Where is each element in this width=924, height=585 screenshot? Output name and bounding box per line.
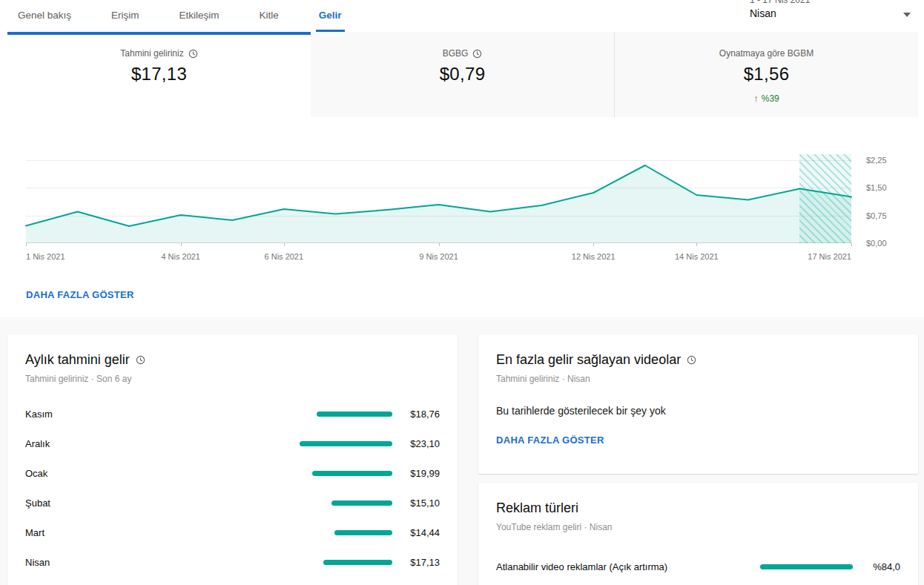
- tab-gelir[interactable]: Gelir: [316, 0, 345, 32]
- bar-row-value: $15,10: [392, 498, 440, 509]
- x-axis-tick: [26, 243, 27, 246]
- bar-row-value: $17,13: [392, 557, 440, 568]
- bar-row-label: Kasım: [25, 409, 298, 420]
- x-axis-label: 6 Nis 2021: [265, 252, 304, 261]
- bar-row-value: $19,99: [392, 468, 440, 479]
- metric-label: Tahmini geliriniz: [120, 48, 183, 59]
- bar-row-label: Nisan: [25, 557, 298, 568]
- x-axis-label: 1 Nis 2021: [26, 252, 65, 261]
- summary-cards-row: Aylık tahmini gelir Tahmini geliriniz · …: [7, 334, 918, 585]
- bar-track: [298, 441, 392, 446]
- top-videos-card: En fazla gelir sağlayan videolar Tahmini…: [478, 334, 918, 474]
- metric-card-playback-cpm[interactable]: Oynatmaya göre BGBM $1,56 ↑ %39: [614, 32, 918, 117]
- x-axis-tick: [851, 243, 852, 246]
- metric-label: BGBG: [443, 48, 469, 59]
- tab-etkilesim[interactable]: Etkileşim: [176, 0, 222, 32]
- bar-row-value: $18,76: [392, 409, 440, 420]
- bar-row: Görüntülü reklamlar (Açık artırma)%9,4: [496, 581, 900, 585]
- bar-track: [298, 500, 392, 506]
- clock-icon[interactable]: [136, 355, 145, 365]
- bar-row-label: Şubat: [25, 498, 298, 509]
- bar-row: Atlanabilir video reklamlar (Açık artırm…: [496, 552, 900, 581]
- metric-card-strip: Tahmini geliriniz $17,13 BGBG $0,79 Oyna…: [7, 32, 918, 117]
- chevron-down-icon: [903, 13, 911, 17]
- bar-row: Kasım$18,76: [25, 399, 440, 429]
- bar-row-label: Ocak: [25, 468, 298, 479]
- bar: [331, 500, 392, 506]
- y-axis-label: $1,50: [866, 183, 887, 192]
- metric-value: $1,56: [744, 64, 790, 85]
- monthly-bar-list: Kasım$18,76Aralık$23,10Ocak$19,99Şubat$1…: [25, 399, 440, 577]
- card-title: Aylık tahmini gelir: [25, 352, 130, 368]
- metric-value: $17,13: [131, 64, 187, 85]
- bar-row: Ocak$19,99: [25, 458, 440, 488]
- show-more-link[interactable]: DAHA FAZLA GÖSTER: [496, 434, 604, 446]
- bar-track: [298, 412, 392, 417]
- right-card-column: En fazla gelir sağlayan videolar Tahmini…: [478, 334, 918, 585]
- y-axis-label: $2,25: [866, 156, 887, 165]
- metric-delta-value: %39: [762, 93, 779, 104]
- metric-label: Oynatmaya göre BGBM: [719, 48, 814, 59]
- bar-row-value: $23,10: [392, 438, 440, 449]
- bar-row: Aralık$23,10: [25, 429, 440, 458]
- x-axis-label: 12 Nis 2021: [572, 252, 616, 261]
- bar: [300, 441, 392, 446]
- x-axis-tick: [284, 243, 285, 246]
- x-axis-label: 14 Nis 2021: [675, 252, 719, 261]
- bar: [312, 471, 392, 476]
- card-title: Reklam türleri: [496, 500, 578, 516]
- metric-delta: ↑ %39: [753, 93, 779, 104]
- bar-row-label: Aralık: [25, 438, 298, 449]
- trend-chart[interactable]: $2,25$1,50$0,75$0,001 Nis 20214 Nis 2021…: [26, 154, 924, 270]
- x-axis-label: 4 Nis 2021: [161, 252, 200, 261]
- bar-track: [759, 564, 853, 569]
- bar-track: [298, 530, 392, 535]
- x-axis-label: 9 Nis 2021: [419, 252, 458, 261]
- metric-card-estimated-revenue[interactable]: Tahmini geliriniz $17,13: [7, 32, 311, 117]
- card-subtitle: YouTube reklam geliri · Nisan: [496, 522, 900, 532]
- tab-genel-bakis[interactable]: Genel bakış: [15, 0, 74, 32]
- date-period-text: Nisan: [750, 7, 776, 19]
- clock-icon[interactable]: [188, 49, 198, 59]
- tab-erisim[interactable]: Erişim: [108, 0, 142, 32]
- card-title: En fazla gelir sağlayan videolar: [496, 352, 681, 368]
- bar-track: [298, 471, 392, 476]
- arrow-up-icon: ↑: [753, 93, 759, 104]
- x-axis-tick: [181, 243, 182, 246]
- clock-icon[interactable]: [687, 355, 696, 365]
- bar: [323, 560, 392, 565]
- bar: [317, 412, 392, 417]
- y-axis-label: $0,00: [866, 239, 887, 248]
- x-axis-tick: [439, 243, 440, 246]
- tab-kitle[interactable]: Kitle: [257, 0, 282, 32]
- show-more-link[interactable]: DAHA FAZLA GÖSTER: [26, 289, 134, 300]
- card-subtitle: Tahmini geliriniz · Nisan: [496, 374, 900, 384]
- bar: [334, 530, 392, 535]
- x-axis-label: 17 Nis 2021: [808, 252, 851, 261]
- trend-chart-section: $2,25$1,50$0,75$0,001 Nis 20214 Nis 2021…: [0, 117, 924, 317]
- bar-track: [298, 560, 392, 565]
- trend-plot-area[interactable]: [26, 154, 851, 243]
- bar-row-value: $14,44: [392, 527, 440, 538]
- card-subtitle: Tahmini geliriniz · Son 6 ay: [25, 374, 440, 384]
- monthly-revenue-card: Aylık tahmini gelir Tahmini geliriniz · …: [7, 334, 458, 585]
- x-axis-tick: [593, 243, 594, 246]
- empty-state-message: Bu tarihlerde gösterilecek bir şey yok: [496, 405, 900, 417]
- bar-row: Nisan$17,13: [25, 547, 440, 577]
- bar-row-label: Atlanabilir video reklamlar (Açık artırm…: [496, 561, 759, 572]
- ad-types-bar-list: Atlanabilir video reklamlar (Açık artırm…: [496, 552, 900, 585]
- bar-row-label: Mart: [25, 527, 298, 538]
- bar-row-value: %84,0: [853, 561, 900, 572]
- ad-types-card: Reklam türleri YouTube reklam geliri · N…: [478, 483, 918, 585]
- date-range-selector[interactable]: 1 - 17 Nis 2021 Nisan: [746, 0, 914, 32]
- analytics-panel: Genel bakışErişimEtkileşimKitleGelir 1 -…: [0, 0, 924, 317]
- x-axis-tick: [696, 243, 697, 246]
- bar: [760, 564, 853, 569]
- clock-icon[interactable]: [472, 49, 482, 59]
- date-range-text: 1 - 17 Nis 2021: [750, 0, 810, 5]
- metric-value: $0,79: [440, 64, 486, 85]
- trend-line-svg: [26, 154, 851, 243]
- bar-row: Mart$14,44: [25, 518, 440, 547]
- metric-card-rpm[interactable]: BGBG $0,79: [311, 32, 614, 117]
- y-axis-label: $0,75: [866, 211, 887, 220]
